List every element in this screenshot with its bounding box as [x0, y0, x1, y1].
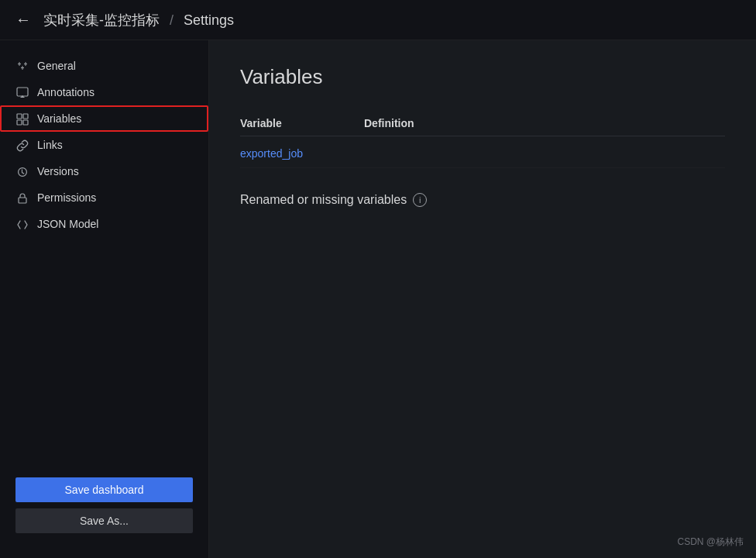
svg-rect-2 [23, 114, 28, 119]
sidebar-item-json-model-label: JSON Model [37, 218, 98, 230]
breadcrumb-separator: / [170, 12, 174, 28]
col-variable-header: Variable [240, 117, 364, 129]
sidebar-item-annotations[interactable]: Annotations [0, 79, 208, 105]
sidebar-item-versions[interactable]: Versions [0, 158, 208, 184]
sidebar-nav: General Annotations [0, 53, 208, 465]
svg-rect-3 [17, 120, 22, 125]
save-dashboard-button[interactable]: Save dashboard [15, 477, 193, 502]
sidebar: General Annotations [0, 40, 209, 558]
sidebar-item-general[interactable]: General [0, 53, 208, 79]
variables-table: Variable Definition exported_job [240, 111, 725, 168]
sidebar-item-annotations-label: Annotations [37, 86, 94, 98]
variables-icon [15, 112, 29, 126]
sidebar-item-links-label: Links [37, 139, 63, 151]
sidebar-item-permissions-label: Permissions [37, 191, 96, 204]
annotation-icon [15, 85, 29, 99]
links-icon [15, 138, 29, 152]
svg-rect-4 [23, 120, 28, 125]
sidebar-bottom: Save dashboard Save As... [0, 465, 208, 546]
save-as-button[interactable]: Save As... [15, 508, 193, 533]
sidebar-item-links[interactable]: Links [0, 132, 208, 158]
json-icon [15, 217, 29, 231]
content-title: Variables [240, 65, 725, 89]
renamed-section: Renamed or missing variables i [240, 193, 725, 207]
sidebar-item-permissions[interactable]: Permissions [0, 184, 208, 211]
permissions-icon [15, 191, 29, 205]
sliders-icon [15, 59, 29, 73]
header-title: 实时采集-监控指标 / Settings [43, 11, 234, 29]
svg-rect-5 [19, 198, 26, 203]
sidebar-item-variables-label: Variables [37, 112, 81, 125]
svg-rect-0 [17, 88, 28, 96]
sidebar-item-variables[interactable]: Variables [0, 105, 208, 132]
watermark: CSDN @杨林伟 [677, 536, 744, 549]
sidebar-item-versions-label: Versions [37, 165, 79, 177]
breadcrumb-prefix: 实时采集-监控指标 [43, 12, 160, 28]
renamed-title: Renamed or missing variables [240, 193, 407, 207]
col-definition-header: Definition [364, 117, 414, 129]
main-layout: General Annotations [0, 40, 756, 558]
info-icon[interactable]: i [413, 193, 427, 207]
variable-name-link[interactable]: exported_job [240, 147, 364, 160]
sidebar-item-general-label: General [37, 60, 76, 72]
header: ← 实时采集-监控指标 / Settings [0, 0, 756, 40]
sidebar-item-json-model[interactable]: JSON Model [0, 211, 208, 237]
page-title: Settings [184, 12, 234, 28]
versions-icon [15, 164, 29, 178]
svg-rect-1 [17, 114, 22, 119]
content-area: Variables Variable Definition exported_j… [209, 40, 756, 558]
back-button[interactable]: ← [15, 11, 31, 29]
table-row: exported_job [240, 140, 725, 168]
variables-table-header: Variable Definition [240, 111, 725, 136]
